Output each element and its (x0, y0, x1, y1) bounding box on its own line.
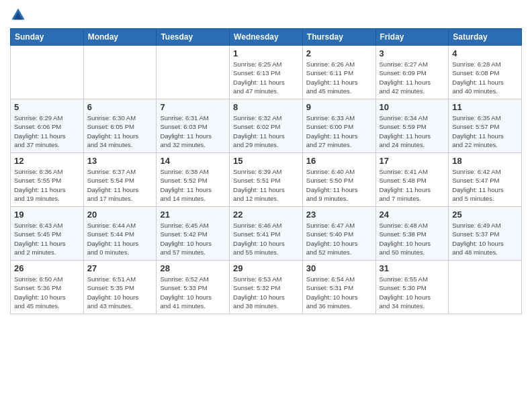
day-info: Sunrise: 6:29 AM Sunset: 6:06 PM Dayligh… (14, 113, 80, 149)
calendar-table: SundayMondayTuesdayWednesdayThursdayFrid… (10, 28, 522, 314)
day-info: Sunrise: 6:36 AM Sunset: 5:55 PM Dayligh… (14, 167, 80, 203)
day-cell: 6Sunrise: 6:30 AM Sunset: 6:05 PM Daylig… (83, 99, 157, 153)
day-number: 11 (452, 102, 518, 112)
week-row-2: 5Sunrise: 6:29 AM Sunset: 6:06 PM Daylig… (11, 99, 522, 153)
day-cell: 21Sunrise: 6:45 AM Sunset: 5:42 PM Dayli… (157, 207, 230, 261)
calendar-container: SundayMondayTuesdayWednesdayThursdayFrid… (0, 0, 532, 324)
day-info: Sunrise: 6:42 AM Sunset: 5:47 PM Dayligh… (452, 167, 518, 203)
day-cell (449, 261, 522, 314)
weekday-header-monday: Monday (83, 29, 157, 46)
day-cell: 17Sunrise: 6:41 AM Sunset: 5:48 PM Dayli… (375, 153, 449, 207)
day-info: Sunrise: 6:45 AM Sunset: 5:42 PM Dayligh… (160, 221, 226, 257)
day-number: 26 (14, 263, 80, 273)
day-cell: 13Sunrise: 6:37 AM Sunset: 5:54 PM Dayli… (83, 153, 157, 207)
week-row-4: 19Sunrise: 6:43 AM Sunset: 5:45 PM Dayli… (11, 207, 522, 261)
day-cell: 16Sunrise: 6:40 AM Sunset: 5:50 PM Dayli… (302, 153, 375, 207)
day-number: 25 (452, 210, 518, 220)
weekday-header-wednesday: Wednesday (230, 29, 303, 46)
day-cell: 3Sunrise: 6:27 AM Sunset: 6:09 PM Daylig… (375, 46, 449, 99)
logo (10, 7, 29, 23)
day-cell (83, 46, 157, 99)
day-number: 3 (380, 48, 445, 58)
day-cell (157, 46, 230, 99)
day-number: 23 (306, 210, 372, 220)
logo-icon (10, 7, 26, 23)
day-number: 12 (14, 156, 80, 166)
day-info: Sunrise: 6:55 AM Sunset: 5:30 PM Dayligh… (380, 275, 445, 310)
day-info: Sunrise: 6:44 AM Sunset: 5:44 PM Dayligh… (87, 221, 153, 257)
day-cell: 7Sunrise: 6:31 AM Sunset: 6:03 PM Daylig… (157, 99, 230, 153)
day-cell: 10Sunrise: 6:34 AM Sunset: 5:59 PM Dayli… (375, 99, 449, 153)
day-info: Sunrise: 6:53 AM Sunset: 5:32 PM Dayligh… (233, 275, 299, 310)
day-cell: 12Sunrise: 6:36 AM Sunset: 5:55 PM Dayli… (11, 153, 84, 207)
day-info: Sunrise: 6:54 AM Sunset: 5:31 PM Dayligh… (306, 275, 372, 310)
day-cell: 15Sunrise: 6:39 AM Sunset: 5:51 PM Dayli… (230, 153, 303, 207)
day-info: Sunrise: 6:28 AM Sunset: 6:08 PM Dayligh… (452, 60, 518, 95)
weekday-header-row: SundayMondayTuesdayWednesdayThursdayFrid… (11, 29, 522, 46)
day-info: Sunrise: 6:41 AM Sunset: 5:48 PM Dayligh… (380, 167, 445, 203)
day-info: Sunrise: 6:32 AM Sunset: 6:02 PM Dayligh… (233, 113, 299, 149)
day-number: 5 (14, 102, 80, 112)
day-cell: 27Sunrise: 6:51 AM Sunset: 5:35 PM Dayli… (83, 261, 157, 314)
day-number: 2 (306, 48, 372, 58)
day-info: Sunrise: 6:49 AM Sunset: 5:37 PM Dayligh… (452, 221, 518, 257)
day-cell: 28Sunrise: 6:52 AM Sunset: 5:33 PM Dayli… (157, 261, 230, 314)
weekday-header-saturday: Saturday (449, 29, 522, 46)
day-info: Sunrise: 6:40 AM Sunset: 5:50 PM Dayligh… (306, 167, 372, 203)
weekday-header-sunday: Sunday (11, 29, 84, 46)
day-number: 6 (87, 102, 153, 112)
day-number: 20 (87, 210, 153, 220)
day-cell: 25Sunrise: 6:49 AM Sunset: 5:37 PM Dayli… (449, 207, 522, 261)
day-cell: 11Sunrise: 6:35 AM Sunset: 5:57 PM Dayli… (449, 99, 522, 153)
day-info: Sunrise: 6:27 AM Sunset: 6:09 PM Dayligh… (380, 60, 445, 95)
weekday-header-tuesday: Tuesday (157, 29, 230, 46)
day-info: Sunrise: 6:43 AM Sunset: 5:45 PM Dayligh… (14, 221, 80, 257)
day-number: 27 (87, 263, 153, 273)
day-cell: 2Sunrise: 6:26 AM Sunset: 6:11 PM Daylig… (302, 46, 375, 99)
day-number: 15 (233, 156, 299, 166)
day-info: Sunrise: 6:30 AM Sunset: 6:05 PM Dayligh… (87, 113, 153, 149)
day-number: 10 (380, 102, 445, 112)
day-number: 4 (452, 48, 518, 58)
day-cell: 9Sunrise: 6:33 AM Sunset: 6:00 PM Daylig… (302, 99, 375, 153)
day-cell: 19Sunrise: 6:43 AM Sunset: 5:45 PM Dayli… (11, 207, 84, 261)
day-number: 9 (306, 102, 372, 112)
week-row-1: 1Sunrise: 6:25 AM Sunset: 6:13 PM Daylig… (11, 46, 522, 99)
day-cell: 23Sunrise: 6:47 AM Sunset: 5:40 PM Dayli… (302, 207, 375, 261)
day-info: Sunrise: 6:37 AM Sunset: 5:54 PM Dayligh… (87, 167, 153, 203)
day-info: Sunrise: 6:48 AM Sunset: 5:38 PM Dayligh… (380, 221, 445, 257)
day-cell: 31Sunrise: 6:55 AM Sunset: 5:30 PM Dayli… (375, 261, 449, 314)
day-info: Sunrise: 6:34 AM Sunset: 5:59 PM Dayligh… (380, 113, 445, 149)
day-number: 29 (233, 263, 299, 273)
day-info: Sunrise: 6:39 AM Sunset: 5:51 PM Dayligh… (233, 167, 299, 203)
day-number: 24 (380, 210, 445, 220)
day-number: 8 (233, 102, 299, 112)
weekday-header-thursday: Thursday (302, 29, 375, 46)
day-info: Sunrise: 6:38 AM Sunset: 5:52 PM Dayligh… (160, 167, 226, 203)
day-cell: 18Sunrise: 6:42 AM Sunset: 5:47 PM Dayli… (449, 153, 522, 207)
day-number: 13 (87, 156, 153, 166)
day-info: Sunrise: 6:31 AM Sunset: 6:03 PM Dayligh… (160, 113, 226, 149)
day-cell: 29Sunrise: 6:53 AM Sunset: 5:32 PM Dayli… (230, 261, 303, 314)
day-info: Sunrise: 6:25 AM Sunset: 6:13 PM Dayligh… (233, 60, 299, 95)
day-info: Sunrise: 6:26 AM Sunset: 6:11 PM Dayligh… (306, 60, 372, 95)
day-info: Sunrise: 6:35 AM Sunset: 5:57 PM Dayligh… (452, 113, 518, 149)
day-number: 17 (380, 156, 445, 166)
day-info: Sunrise: 6:47 AM Sunset: 5:40 PM Dayligh… (306, 221, 372, 257)
day-cell: 5Sunrise: 6:29 AM Sunset: 6:06 PM Daylig… (11, 99, 84, 153)
day-cell: 24Sunrise: 6:48 AM Sunset: 5:38 PM Dayli… (375, 207, 449, 261)
day-info: Sunrise: 6:33 AM Sunset: 6:00 PM Dayligh… (306, 113, 372, 149)
day-cell: 8Sunrise: 6:32 AM Sunset: 6:02 PM Daylig… (230, 99, 303, 153)
day-info: Sunrise: 6:52 AM Sunset: 5:33 PM Dayligh… (160, 275, 226, 310)
day-number: 28 (160, 263, 226, 273)
day-number: 31 (380, 263, 445, 273)
day-cell: 30Sunrise: 6:54 AM Sunset: 5:31 PM Dayli… (302, 261, 375, 314)
day-number: 30 (306, 263, 372, 273)
day-cell: 20Sunrise: 6:44 AM Sunset: 5:44 PM Dayli… (83, 207, 157, 261)
day-number: 22 (233, 210, 299, 220)
day-number: 16 (306, 156, 372, 166)
day-number: 21 (160, 210, 226, 220)
header (10, 7, 522, 23)
day-cell: 26Sunrise: 6:50 AM Sunset: 5:36 PM Dayli… (11, 261, 84, 314)
day-number: 7 (160, 102, 226, 112)
